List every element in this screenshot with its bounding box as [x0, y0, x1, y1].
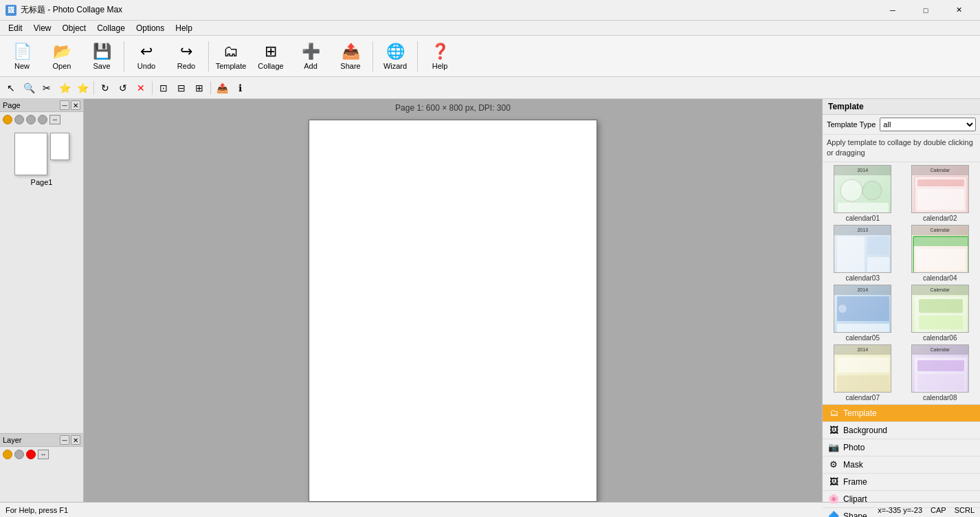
svg-rect-4 — [917, 179, 964, 186]
new-button[interactable]: 📄 New — [3, 38, 41, 74]
tb2-crop[interactable]: ✂ — [38, 80, 55, 96]
background-tab-label: Background — [843, 426, 887, 435]
tab-frame[interactable]: 🖼 Frame — [823, 474, 980, 491]
page-panel-close[interactable]: ✕ — [71, 100, 80, 110]
save-button[interactable]: 💾 Save — [82, 38, 121, 74]
wizard-button[interactable]: 🌐 Wizard — [376, 38, 414, 74]
sep3 — [372, 41, 373, 72]
svg-rect-10 — [913, 236, 968, 246]
layer-panel-title: Layer — [3, 436, 22, 444]
page-btn-gray1[interactable] — [14, 115, 24, 124]
frame-tab-icon: 🖼 — [828, 476, 839, 487]
tb2-delete[interactable]: ✕ — [133, 80, 149, 96]
template-name-calendar01: calendar01 — [846, 214, 880, 222]
tb2-export[interactable]: 📤 — [214, 80, 230, 96]
open-button[interactable]: 📂 Open — [43, 38, 81, 74]
title-text: 无标题 - Photo Collage Max — [21, 4, 122, 16]
page-btn-gray2[interactable] — [26, 115, 36, 124]
menu-object[interactable]: Object — [56, 22, 91, 34]
layer-btn-gray1[interactable] — [14, 450, 24, 459]
layer-nav[interactable]: ↔ — [38, 450, 49, 459]
tb2-align[interactable]: ⊡ — [155, 80, 172, 96]
tb2-star[interactable]: ⭐ — [56, 80, 73, 96]
menu-edit[interactable]: Edit — [3, 22, 28, 34]
tb2-info[interactable]: ℹ — [232, 80, 248, 96]
template-button[interactable]: 🗂 Template — [212, 38, 250, 74]
template-name-calendar08: calendar08 — [923, 394, 957, 402]
secondary-toolbar: ↖ 🔍 ✂ ⭐ ⭐ ↻ ↺ ✕ ⊡ ⊟ ⊞ 📤 ℹ — [0, 77, 980, 99]
menu-collage[interactable]: Collage — [91, 22, 131, 34]
undo-button[interactable]: ↩ Undo — [127, 38, 166, 74]
template-item-calendar04[interactable]: Calendar calendar04 — [903, 225, 978, 282]
collage-icon: ⊞ — [265, 43, 277, 60]
page-btn-orange[interactable] — [3, 115, 12, 124]
tab-template[interactable]: 🗂 Template — [823, 405, 980, 422]
svg-rect-11 — [916, 249, 966, 271]
undo-label: Undo — [137, 62, 155, 70]
tb2-rotate-ccw[interactable]: ↺ — [115, 80, 131, 96]
add-button[interactable]: ➕ Add — [291, 38, 330, 74]
layer-panel-minimize[interactable]: ─ — [60, 435, 69, 445]
collage-button[interactable]: ⊞ Collage — [252, 38, 290, 74]
svg-rect-5 — [917, 189, 964, 210]
template-item-calendar01[interactable]: 2014 calendar01 — [825, 165, 900, 222]
shape-tab-label: Shape — [843, 512, 867, 517]
scroll-indicator: SCRL — [955, 506, 975, 514]
minimize-button[interactable]: ─ — [877, 0, 909, 21]
page-panel-minimize[interactable]: ─ — [60, 100, 69, 110]
menu-view[interactable]: View — [28, 22, 57, 34]
help-button[interactable]: ❓ Help — [421, 38, 459, 74]
template-item-calendar08[interactable]: Calendar calendar08 — [903, 344, 978, 402]
layer-btn-red[interactable] — [26, 450, 36, 459]
app-icon: 🖼 — [5, 5, 16, 16]
right-tabs: 🗂 Template 🖼 Background 📷 Photo ⚙ Mask 🖼… — [823, 404, 980, 517]
template-type-label: Template Type — [827, 120, 876, 129]
menu-options[interactable]: Options — [131, 22, 170, 34]
shape-tab-icon: 🔷 — [828, 511, 839, 517]
page-btn-gray3[interactable] — [38, 115, 47, 124]
template-item-calendar05[interactable]: 2014 calendar05 — [825, 285, 900, 342]
tb2-align3[interactable]: ⊞ — [191, 80, 208, 96]
template-type-select[interactable]: all calendar photo — [880, 118, 976, 131]
svg-rect-17 — [919, 316, 963, 329]
template-grid-wrapper: 2014 calendar01 Calendar — [823, 162, 980, 404]
template-item-calendar06[interactable]: Calendar calendar06 — [903, 285, 978, 342]
svg-rect-21 — [917, 360, 964, 371]
help-icon: ❓ — [431, 43, 449, 60]
menu-help[interactable]: Help — [170, 22, 198, 34]
tb2-rotate-cw[interactable]: ↻ — [97, 80, 113, 96]
share-button[interactable]: 📤 Share — [331, 38, 370, 74]
template-hint: Apply template to collage by double clic… — [823, 135, 980, 162]
redo-button[interactable]: ↪ Redo — [167, 38, 205, 74]
template-item-calendar02[interactable]: Calendar calendar02 — [903, 165, 978, 222]
layer-panel-close[interactable]: ✕ — [71, 435, 80, 445]
page-thumbnail2 — [50, 133, 69, 160]
maximize-button[interactable]: □ — [910, 0, 942, 21]
page-label: Page1 — [31, 178, 53, 186]
canvas-container — [309, 120, 597, 502]
page-panel-content: ↔ Page1 — [0, 112, 83, 433]
layer-content: ↔ — [0, 447, 83, 502]
tb2-sep3 — [210, 81, 211, 95]
close-button[interactable]: ✕ — [943, 0, 975, 21]
tab-photo[interactable]: 📷 Photo — [823, 439, 980, 456]
right-panel-header: Template — [823, 99, 980, 115]
redo-icon: ↪ — [180, 43, 192, 60]
open-label: Open — [53, 62, 71, 70]
tab-background[interactable]: 🖼 Background — [823, 422, 980, 439]
template-type-row: Template Type all calendar photo — [823, 115, 980, 135]
new-icon: 📄 — [13, 43, 32, 60]
tb2-zoom[interactable]: 🔍 — [21, 80, 37, 96]
layer-btn-orange[interactable] — [3, 450, 12, 459]
tab-mask[interactable]: ⚙ Mask — [823, 456, 980, 474]
template-item-calendar03[interactable]: 2013 calendar03 — [825, 225, 900, 282]
page-nav[interactable]: ↔ — [49, 115, 60, 124]
template-tab-icon: 🗂 — [828, 408, 839, 419]
template-item-calendar07[interactable]: 2014 calendar07 — [825, 344, 900, 402]
tb2-star2[interactable]: ⭐ — [74, 80, 91, 96]
add-label: Add — [304, 62, 318, 70]
sep2 — [208, 41, 209, 72]
tb2-select[interactable]: ↖ — [3, 80, 19, 96]
tb2-align2[interactable]: ⊟ — [173, 80, 190, 96]
layer-panel: Layer ─ ✕ ↔ — [0, 433, 83, 502]
